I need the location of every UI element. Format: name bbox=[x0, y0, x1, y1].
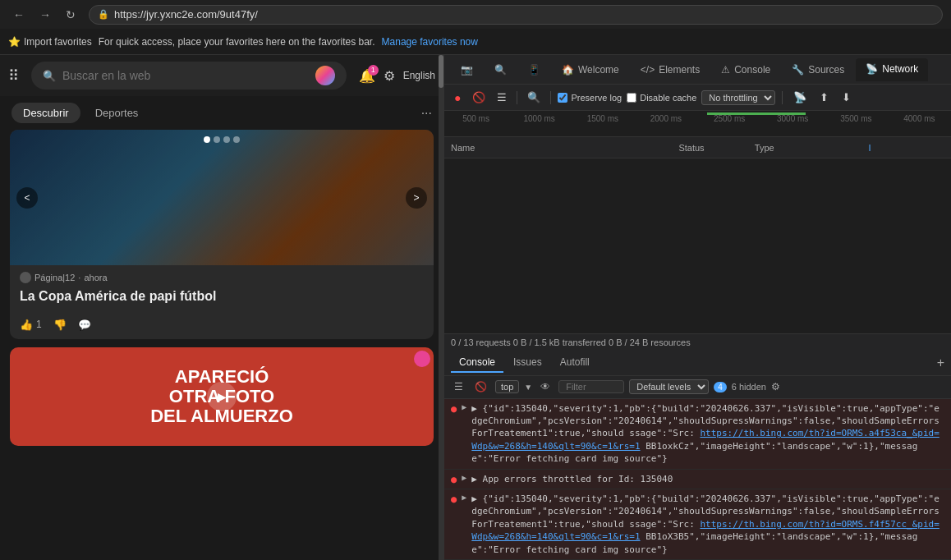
card-source: Página|12 bbox=[34, 273, 75, 282]
disable-cache-label[interactable]: Disable cache bbox=[627, 93, 696, 103]
tl-2500: 2500 ms bbox=[698, 114, 761, 123]
preserve-log-checkbox[interactable] bbox=[558, 93, 567, 103]
expand-icon-2[interactable]: ▶ bbox=[462, 473, 466, 482]
tl-4000: 4000 ms bbox=[888, 114, 951, 123]
network-empty-area bbox=[444, 158, 951, 333]
console-hidden-count: 6 hidden bbox=[732, 382, 766, 392]
upload-btn[interactable]: ⬆ bbox=[815, 90, 833, 105]
tl-500: 500 ms bbox=[444, 114, 508, 123]
tab-devtools-screenshot[interactable]: 📷 bbox=[451, 59, 483, 80]
tab-devtools-device[interactable]: 📱 bbox=[518, 59, 550, 80]
settings-button[interactable]: ⚙ bbox=[384, 68, 395, 84]
add-console-tab-button[interactable]: + bbox=[937, 356, 944, 370]
console-entry-3: ● ▶ ▶ {"id":135040,"severity":1,"pb":{"b… bbox=[444, 489, 951, 560]
timeline-labels: 500 ms 1000 ms 1500 ms 2000 ms 2500 ms 3… bbox=[444, 114, 951, 123]
bing-logo bbox=[315, 66, 335, 85]
import-favorites-button[interactable]: ⭐ Import favorites bbox=[8, 36, 92, 48]
browser-content: ⠿ 🔍 🔔 1 ⚙ English Descubrir Deportes ··· bbox=[0, 55, 443, 560]
network-status-text: 0 / 13 requests 0 B / 1.5 kB transferred… bbox=[451, 337, 691, 347]
dislike-button[interactable]: 👎 bbox=[53, 319, 67, 331]
tab-welcome[interactable]: 🏠 Welcome bbox=[552, 59, 629, 80]
search-bar[interactable]: 🔍 bbox=[31, 62, 347, 90]
search-dt-button[interactable]: 🔍 bbox=[524, 90, 544, 105]
download-btn[interactable]: ⬇ bbox=[838, 90, 855, 105]
tab-sources[interactable]: 🔧 Sources bbox=[782, 59, 854, 80]
forward-button[interactable]: → bbox=[34, 5, 56, 25]
preserve-log-label[interactable]: Preserve log bbox=[558, 93, 622, 103]
network-status-bar: 0 / 13 requests 0 B / 1.5 kB transferred… bbox=[444, 333, 951, 351]
manage-favorites-link[interactable]: Manage favorites now bbox=[382, 36, 478, 48]
notification-badge: 1 bbox=[368, 65, 379, 76]
col-type: Type bbox=[755, 143, 869, 153]
card-red-text: APARECIÓ OTRA FOTO DEL ALMUERZO bbox=[150, 367, 293, 427]
apps-grid-icon[interactable]: ⠿ bbox=[8, 67, 19, 85]
card-next-button[interactable]: > bbox=[406, 187, 427, 209]
like-button[interactable]: 👍 1 bbox=[20, 319, 42, 331]
timeline-green-bar bbox=[707, 112, 806, 115]
console-entry-2: ● ▶ ▶ App errors throttled for Id: 13504… bbox=[444, 470, 951, 489]
console-text-2: ▶ App errors throttled for Id: 135040 bbox=[471, 473, 673, 485]
disable-cache-checkbox[interactable] bbox=[627, 93, 636, 103]
devtools-panel: 📷 🔍 📱 🏠 Welcome </> Elements ⚠ Console � bbox=[443, 55, 951, 560]
card-title: La Copa América de papi fútbol bbox=[10, 287, 434, 314]
dot-2 bbox=[214, 136, 220, 143]
separator-1 bbox=[517, 91, 517, 104]
console-entry-1: ● ▶ ▶ {"id":135040,"severity":1,"pb":{"b… bbox=[444, 399, 951, 470]
nav-buttons: ← → ↻ bbox=[8, 5, 80, 25]
tab-elements[interactable]: </> Elements bbox=[631, 59, 710, 80]
tab-network[interactable]: 📡 Network bbox=[856, 58, 928, 81]
expand-icon-1[interactable]: ▶ bbox=[462, 402, 466, 411]
filter-icon-btn[interactable]: ☰ bbox=[494, 90, 510, 105]
sources-icon: 🔧 bbox=[792, 64, 804, 76]
url-text: https://jyr.yxnc2e.com/9ut47fy/ bbox=[114, 8, 258, 21]
record-button[interactable]: ● bbox=[451, 90, 464, 106]
console-filter-input[interactable] bbox=[558, 380, 624, 393]
console-sidebar-btn[interactable]: ☰ bbox=[451, 380, 466, 393]
favorites-message: For quick access, place your favorites h… bbox=[99, 36, 375, 48]
console-tab-console[interactable]: Console bbox=[451, 353, 503, 373]
console-eye-btn[interactable]: 👁 bbox=[537, 380, 554, 393]
tl-3500: 3500 ms bbox=[825, 114, 888, 123]
refresh-button[interactable]: ↻ bbox=[61, 5, 80, 25]
timeline: 500 ms 1000 ms 1500 ms 2000 ms 2500 ms 3… bbox=[444, 111, 951, 137]
browser-toolbar: ⠿ 🔍 🔔 1 ⚙ English bbox=[0, 55, 443, 96]
console-tab-issues[interactable]: Issues bbox=[505, 353, 550, 373]
tl-1000: 1000 ms bbox=[508, 114, 571, 123]
console-tab-autofill[interactable]: Autofill bbox=[552, 353, 598, 373]
screenshot-icon: 📷 bbox=[461, 64, 473, 76]
notifications-button[interactable]: 🔔 1 bbox=[359, 68, 375, 84]
separator-3 bbox=[782, 91, 783, 104]
devtools-toolbar: ● 🚫 ☰ 🔍 Preserve log Disable cache No th… bbox=[444, 85, 951, 111]
address-bar[interactable]: 🔒 https://jyr.yxnc2e.com/9ut47fy/ bbox=[89, 5, 943, 25]
console-text-3: ▶ {"id":135040,"severity":1,"pb":{"build… bbox=[471, 493, 944, 556]
wifi-filter-btn[interactable]: 📡 bbox=[789, 90, 811, 105]
toolbar-right: 🔔 1 ⚙ English bbox=[359, 68, 435, 84]
news-tabs: Descubrir Deportes ··· bbox=[0, 96, 443, 130]
tab-deportes[interactable]: Deportes bbox=[84, 103, 150, 123]
console-level-select[interactable]: Default levels bbox=[629, 379, 709, 394]
star-icon: ⭐ bbox=[8, 36, 21, 48]
tl-3000: 3000 ms bbox=[761, 114, 825, 123]
channel-logo bbox=[414, 351, 430, 367]
col-name: Name bbox=[451, 143, 678, 153]
console-error-badge: 4 bbox=[714, 382, 727, 392]
console-gear-icon[interactable]: ⚙ bbox=[771, 381, 780, 392]
card-prev-button[interactable]: < bbox=[16, 187, 38, 209]
console-clear-btn[interactable]: 🚫 bbox=[471, 380, 490, 393]
back-button[interactable]: ← bbox=[8, 5, 30, 25]
scroll-indicator[interactable] bbox=[439, 55, 443, 560]
search-input[interactable] bbox=[62, 69, 309, 82]
expand-icon-3[interactable]: ▶ bbox=[462, 493, 466, 502]
tab-console[interactable]: ⚠ Console bbox=[711, 59, 780, 80]
dot-4 bbox=[233, 136, 240, 143]
lock-icon: 🔒 bbox=[98, 9, 109, 20]
tab-descubrir[interactable]: Descubrir bbox=[11, 103, 80, 123]
console-entries: ● ▶ ▶ {"id":135040,"severity":1,"pb":{"b… bbox=[444, 399, 951, 560]
throttle-select[interactable]: No throttling bbox=[701, 90, 775, 105]
clear-button[interactable]: 🚫 bbox=[469, 90, 489, 105]
comment-button[interactable]: 💬 bbox=[78, 319, 91, 331]
language-button[interactable]: English bbox=[403, 70, 435, 81]
tab-devtools-inspect[interactable]: 🔍 bbox=[485, 59, 517, 80]
console-top-dropdown[interactable]: ▼ bbox=[524, 383, 532, 392]
more-tabs-button[interactable]: ··· bbox=[421, 106, 432, 121]
